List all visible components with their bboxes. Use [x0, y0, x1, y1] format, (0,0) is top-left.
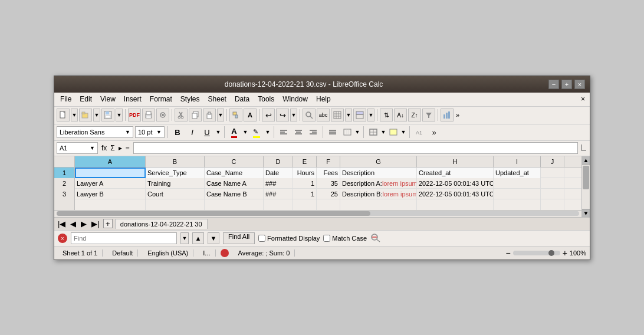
undo-dropdown[interactable]: ▼	[290, 109, 297, 121]
maximize-button[interactable]: +	[561, 80, 572, 89]
table-button[interactable]	[331, 109, 344, 121]
tb-dropdown3[interactable]: ▼	[116, 109, 123, 121]
cell-c3[interactable]: Case Name B	[205, 189, 264, 199]
scroll-up-button[interactable]: ▲	[582, 156, 590, 165]
cell-j2[interactable]	[541, 178, 564, 189]
cut-button[interactable]	[175, 109, 188, 121]
col-header-e[interactable]: E	[293, 156, 317, 167]
borders-button[interactable]	[367, 126, 380, 139]
menu-view[interactable]: View	[97, 94, 119, 104]
col-header-g[interactable]: G	[340, 156, 417, 167]
cell-e1[interactable]: Hours	[293, 168, 317, 178]
cell-a2[interactable]: Lawyer A	[75, 178, 146, 189]
zoom-slider[interactable]	[513, 251, 560, 255]
cell-j1[interactable]	[541, 168, 564, 178]
vertical-scrollbar[interactable]: ▲ ▼	[581, 156, 590, 217]
cell-c1[interactable]: Case_Name	[205, 168, 264, 178]
formula-eq-icon[interactable]: ▸	[117, 144, 123, 152]
col-header-h[interactable]: H	[417, 156, 494, 167]
minimize-button[interactable]: −	[548, 80, 559, 89]
find-dropdown[interactable]: ▼	[180, 232, 189, 244]
tb-dropdown2[interactable]: ▼	[93, 109, 100, 121]
cell-empty[interactable]	[293, 199, 317, 210]
formula-sum-icon[interactable]: Σ	[109, 144, 116, 152]
scroll-down-button[interactable]: ▼	[582, 209, 590, 217]
cell-empty[interactable]	[317, 199, 340, 210]
find-prev-button[interactable]: ▲	[192, 232, 204, 244]
find-next-button[interactable]: ▼	[208, 232, 219, 244]
number-format-button[interactable]: A1	[413, 126, 426, 139]
print-button[interactable]	[142, 109, 155, 121]
col-header-c[interactable]: C	[205, 156, 264, 167]
bgcolor-dropdown[interactable]: ▼	[400, 126, 406, 139]
find-replace-button[interactable]	[303, 109, 316, 121]
col-header-b[interactable]: B	[146, 156, 205, 167]
insert-chart-button[interactable]	[441, 109, 454, 121]
cell-a1[interactable]	[75, 168, 146, 178]
preview-button[interactable]	[156, 109, 169, 121]
find-close-button[interactable]: ×	[58, 234, 67, 243]
tb-dropdown1[interactable]: ▼	[71, 109, 78, 121]
menu-data[interactable]: Data	[231, 94, 253, 104]
tab-nav-first[interactable]: |◀	[57, 219, 67, 228]
cell-reference-box[interactable]: A1 ▼	[57, 142, 98, 154]
undo-button[interactable]: ↩	[262, 109, 275, 121]
close-button[interactable]: ×	[574, 80, 585, 89]
font-name-selector[interactable]: Liberation Sans ▼	[57, 126, 133, 138]
tab-nav-prev[interactable]: ◀	[69, 219, 77, 228]
col-header-d[interactable]: D	[264, 156, 293, 167]
justify-button[interactable]	[326, 126, 339, 139]
formatted-display-check[interactable]: Formatted Display	[258, 235, 320, 242]
match-case-checkbox[interactable]	[323, 235, 330, 242]
formula-expand-icon[interactable]: =	[124, 144, 131, 152]
cell-empty[interactable]	[75, 199, 146, 210]
cell-j3[interactable]	[541, 189, 564, 199]
row-header-3[interactable]: 3	[54, 189, 75, 199]
cell-empty[interactable]	[417, 199, 494, 210]
cell-empty[interactable]	[494, 199, 541, 210]
cell-g3[interactable]: Description B: lorem ipsum	[340, 189, 417, 199]
cell-d2[interactable]: ###	[264, 178, 293, 189]
col-header-dropdown[interactable]: ▼	[367, 109, 374, 121]
cell-empty[interactable]	[264, 199, 293, 210]
save-button[interactable]	[101, 109, 114, 121]
cell-c2[interactable]: Case Name A	[205, 178, 264, 189]
match-case-check[interactable]: Match Case	[323, 235, 367, 242]
cell-f1[interactable]: Fees	[317, 168, 340, 178]
sheet-tab-1[interactable]: donations-12-04-2022-21 30	[115, 219, 208, 229]
underline-dropdown[interactable]: ▼	[215, 126, 221, 139]
cell-b2[interactable]: Training	[146, 178, 205, 189]
menu-help[interactable]: Help	[313, 94, 334, 104]
cell-empty[interactable]	[146, 199, 205, 210]
cell-h3[interactable]: 2022-12-05 00:01:43 UTC	[417, 189, 494, 199]
tab-nav-next[interactable]: ▶	[80, 219, 88, 228]
find-input[interactable]	[71, 232, 177, 244]
open-button[interactable]	[79, 109, 92, 121]
borders-dropdown[interactable]: ▼	[380, 126, 386, 139]
underline-button[interactable]: U	[201, 126, 213, 139]
col-header-i[interactable]: I	[494, 156, 541, 167]
menu-format[interactable]: Format	[146, 94, 176, 104]
cell-f2[interactable]: 35	[317, 178, 340, 189]
font-color-dropdown[interactable]: ▼	[242, 126, 248, 139]
zoom-out-button[interactable]: −	[505, 248, 510, 258]
cell-f3[interactable]: 25	[317, 189, 340, 199]
col-header-button[interactable]	[353, 109, 366, 121]
align-left-button[interactable]	[277, 126, 290, 139]
row-header-1[interactable]: 1	[54, 168, 75, 178]
formula-fx-icon[interactable]: fx	[100, 144, 108, 152]
align-center-button[interactable]	[292, 126, 305, 139]
cell-e3[interactable]: 1	[293, 189, 317, 199]
tb-dropdown4[interactable]: ▼	[217, 109, 224, 121]
cell-empty[interactable]	[541, 199, 564, 210]
menu-file[interactable]: File	[57, 94, 75, 104]
copy-button[interactable]	[189, 109, 202, 121]
toolbar-more[interactable]: »	[455, 110, 461, 120]
row-header-2[interactable]: 2	[54, 178, 75, 189]
cell-a3[interactable]: Lawyer B	[75, 189, 146, 199]
menu-edit[interactable]: Edit	[76, 94, 96, 104]
cell-d3[interactable]: ###	[264, 189, 293, 199]
table-dropdown[interactable]: ▼	[345, 109, 352, 121]
format-style-button[interactable]: A	[244, 109, 257, 121]
cell-d1[interactable]: Date	[264, 168, 293, 178]
